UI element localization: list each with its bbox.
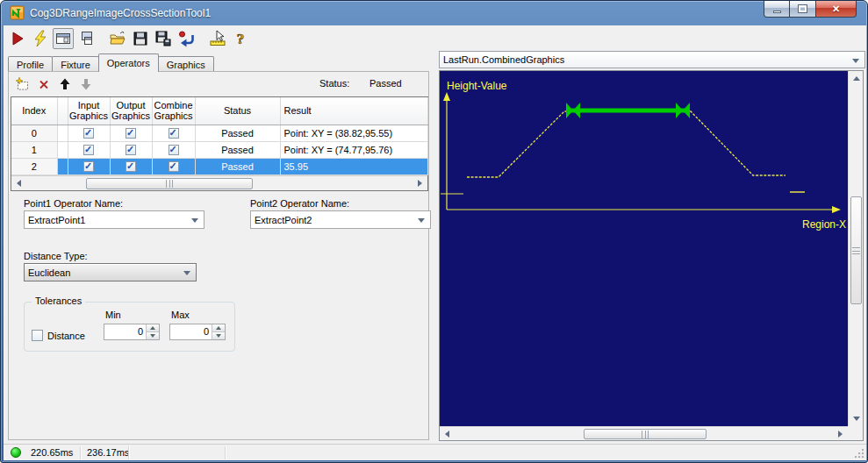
column-header-gap: [57, 97, 68, 125]
total-time: 236.17ms: [87, 447, 129, 458]
tab-strip: Profile Fixture Operators Graphics: [8, 53, 213, 72]
measure-endpoint-marker[interactable]: [566, 103, 580, 118]
cell-input-graphics[interactable]: [68, 141, 110, 158]
maximize-button[interactable]: [790, 1, 815, 18]
max-value[interactable]: 0: [170, 324, 212, 339]
table-row-selected[interactable]: 2 Passed 35.95: [11, 158, 427, 175]
column-header-output-graphics[interactable]: Output Graphics: [110, 97, 152, 125]
main-toolbar: ?: [5, 26, 864, 51]
column-header-result[interactable]: Result: [280, 97, 427, 125]
cell-result[interactable]: Point: XY = (38.82,95.55): [280, 125, 427, 141]
scroll-up-button[interactable]: [849, 71, 864, 86]
cell-status[interactable]: Passed: [195, 158, 280, 175]
cell-combine-graphics[interactable]: [152, 141, 195, 158]
scroll-right-button[interactable]: [412, 176, 427, 191]
tab-graphics[interactable]: Graphics: [158, 56, 214, 72]
spin-up-button[interactable]: [147, 324, 159, 332]
point1-operator-combobox[interactable]: ExtractPoint1: [24, 210, 204, 229]
operators-grid: Index Input Graphics Output Graphics Com…: [11, 96, 428, 191]
float-window-button[interactable]: [75, 28, 97, 49]
checkbox-checked-icon[interactable]: [83, 128, 94, 139]
cell-index[interactable]: 2: [11, 158, 57, 175]
cell-result[interactable]: Point: XY = (74.77,95.76): [280, 141, 427, 158]
thumb-grip: [166, 180, 173, 188]
distance-checkbox[interactable]: [32, 330, 43, 341]
save-file-button[interactable]: [130, 28, 151, 49]
profile-curve: [467, 111, 786, 177]
cell-index[interactable]: 1: [11, 141, 57, 158]
checkbox-checked-icon[interactable]: [83, 161, 94, 172]
add-operator-button[interactable]: [14, 75, 32, 93]
max-spinner[interactable]: 0: [169, 324, 226, 340]
move-down-button[interactable]: [77, 75, 95, 93]
checkbox-checked-icon[interactable]: [126, 161, 136, 172]
checkbox-checked-icon[interactable]: [126, 145, 136, 155]
checkbox-checked-icon[interactable]: [169, 145, 179, 155]
tab-fixture[interactable]: Fixture: [52, 56, 99, 72]
tab-operators[interactable]: Operators: [98, 53, 159, 72]
scroll-thumb[interactable]: [86, 178, 253, 189]
cell-output-graphics[interactable]: [110, 158, 152, 175]
cell-input-graphics[interactable]: [68, 158, 110, 175]
move-up-button[interactable]: [56, 75, 74, 93]
close-button[interactable]: ✕: [815, 1, 857, 18]
scroll-left-button[interactable]: [11, 176, 26, 191]
checkbox-checked-icon[interactable]: [169, 128, 179, 139]
column-header-input-graphics[interactable]: Input Graphics: [68, 97, 110, 125]
tab-profile[interactable]: Profile: [8, 56, 53, 72]
graphics-source-combobox[interactable]: LastRun.CombinedGraphics: [439, 51, 865, 68]
scroll-thumb[interactable]: [584, 429, 707, 439]
close-icon: ✕: [832, 4, 840, 15]
tool-display-button[interactable]: [53, 28, 74, 49]
column-header-index[interactable]: Index: [11, 97, 57, 125]
run-button[interactable]: [7, 28, 28, 49]
point2-operator-combobox[interactable]: ExtractPoint2: [250, 210, 431, 229]
open-file-button[interactable]: [107, 28, 128, 49]
cell-output-graphics[interactable]: [110, 141, 152, 158]
help-button[interactable]: ?: [230, 28, 251, 49]
column-header-status[interactable]: Status: [195, 97, 280, 125]
checkbox-checked-icon[interactable]: [126, 128, 136, 139]
min-value[interactable]: 0: [104, 324, 146, 339]
delete-operator-button[interactable]: [35, 75, 53, 93]
distance-type-combobox[interactable]: Euclidean: [24, 263, 197, 281]
execution-time: 220.65ms: [31, 447, 73, 458]
checkbox-checked-icon[interactable]: [83, 145, 94, 155]
measure-endpoint-marker[interactable]: [676, 103, 690, 118]
checkbox-checked-icon[interactable]: [169, 161, 179, 172]
spin-down-button[interactable]: [212, 332, 225, 339]
cell-combine-graphics[interactable]: [152, 125, 195, 141]
tab-label: Graphics: [167, 60, 205, 70]
cell-index[interactable]: 0: [11, 125, 57, 141]
spin-up-button[interactable]: [212, 324, 225, 332]
resize-grip[interactable]: [854, 448, 864, 459]
grid-horizontal-scrollbar[interactable]: [11, 175, 427, 190]
lightning-run-button[interactable]: [30, 28, 51, 49]
cell-combine-graphics[interactable]: [152, 158, 195, 175]
reset-button[interactable]: [176, 28, 197, 49]
save-as-icon: [154, 30, 172, 47]
statusbar-separator: [128, 446, 129, 459]
minimize-button[interactable]: [764, 1, 790, 18]
graphics-vertical-scrollbar[interactable]: [848, 71, 863, 426]
save-as-button[interactable]: [153, 28, 174, 49]
cell-output-graphics[interactable]: [110, 125, 152, 141]
spin-down-button[interactable]: [147, 332, 159, 339]
column-header-combine-graphics[interactable]: Combine Graphics: [152, 97, 195, 125]
cell-status[interactable]: Passed: [195, 141, 280, 158]
electrode-pointer-button[interactable]: [207, 28, 228, 49]
table-row[interactable]: 0 Passed Point: XY = (38.82,95.55): [11, 125, 427, 141]
scroll-thumb[interactable]: [850, 196, 862, 304]
profile-plot-canvas[interactable]: Height-Value Region-X: [440, 71, 848, 426]
scroll-left-button[interactable]: [440, 427, 455, 441]
titlebar[interactable]: Cog3DRangeImageCrossSectionTool1 ✕: [1, 1, 867, 25]
scroll-down-button[interactable]: [849, 411, 864, 426]
graphics-horizontal-scrollbar[interactable]: [440, 426, 848, 440]
cell-status[interactable]: Passed: [195, 125, 280, 141]
table-row[interactable]: 1 Passed Point: XY = (74.77,95.76): [11, 141, 427, 158]
cell-result[interactable]: 35.95: [280, 158, 427, 175]
cell-input-graphics[interactable]: [68, 125, 110, 141]
combobox-value: ExtractPoint1: [28, 215, 85, 225]
min-spinner[interactable]: 0: [104, 324, 160, 340]
scroll-right-button[interactable]: [833, 427, 848, 441]
